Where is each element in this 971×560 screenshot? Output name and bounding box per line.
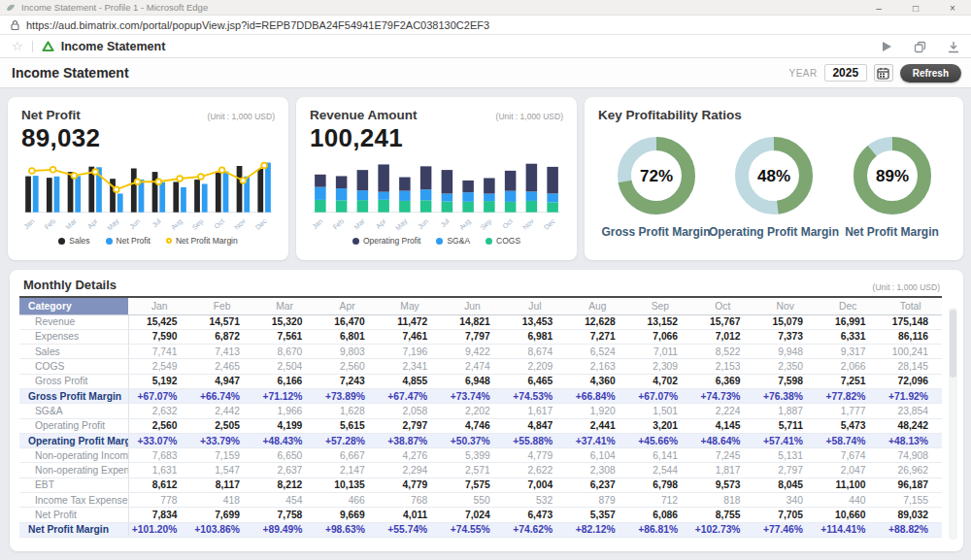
donut-row: 72%Gross Profit Margin48%Operating Profi… <box>598 131 950 239</box>
cell-value: 11,100 <box>817 478 879 492</box>
table-row: Income Tax Expense7784184544667685505328… <box>19 493 942 508</box>
cell-value: 340 <box>754 493 817 508</box>
row-label: Gross Profit Margin <box>19 388 128 403</box>
column-header: Nov <box>754 297 817 314</box>
year-label: YEAR <box>789 68 818 79</box>
year-input[interactable]: 2025 <box>824 64 867 82</box>
minimize-button[interactable]: – <box>860 0 897 16</box>
cell-value: 23,854 <box>879 404 942 418</box>
cell-value: 5,615 <box>316 418 378 433</box>
cell-value: +33.07% <box>128 433 190 447</box>
cell-value: 532 <box>504 493 566 508</box>
legend-marker <box>166 238 172 244</box>
calendar-button[interactable] <box>874 64 893 82</box>
cell-value: 15,767 <box>691 314 753 329</box>
window-title: Income Statement - Profile 1 - Microsoft… <box>21 2 208 13</box>
cell-value: 440 <box>817 493 879 508</box>
row-label: SG&A <box>19 404 128 418</box>
legend-marker <box>106 238 113 245</box>
table-row: SG&A2,6322,4421,9661,6282,0582,2021,6171… <box>19 404 942 418</box>
cell-value: +74.55% <box>441 522 503 537</box>
cell-value: 4,847 <box>504 418 566 433</box>
copy-pages-button[interactable] <box>914 41 926 53</box>
column-header: Apr <box>316 297 378 314</box>
column-header: Feb <box>190 297 252 314</box>
cell-value: 5,711 <box>754 418 817 433</box>
cell-value: +55.74% <box>379 522 441 537</box>
cell-value: 74,908 <box>879 448 942 463</box>
svg-text:Sep: Sep <box>479 216 493 231</box>
svg-text:89%: 89% <box>875 167 908 185</box>
svg-text:Apr: Apr <box>85 216 100 231</box>
url-text[interactable]: https://aud.bimatrix.com/portal/popupVie… <box>26 19 489 31</box>
row-label: Operating Profit <box>19 418 128 433</box>
cell-value: 7,705 <box>754 508 817 522</box>
donut-chart: 89%Net Profit Margin <box>834 131 950 239</box>
cell-value: +73.89% <box>316 388 378 403</box>
maximize-button[interactable]: □ <box>897 0 934 16</box>
address-bar[interactable]: https://aud.bimatrix.com/portal/popupVie… <box>0 16 971 35</box>
cell-value: 1,617 <box>504 404 566 418</box>
cell-value: 16,470 <box>316 314 378 329</box>
legend-marker <box>486 238 492 245</box>
cell-value: 96,187 <box>879 478 942 492</box>
download-button[interactable] <box>948 41 959 53</box>
cell-value: 466 <box>316 493 378 508</box>
cell-value: 7,024 <box>441 508 503 522</box>
cell-value: 2,571 <box>441 463 503 478</box>
cell-value: 2,058 <box>379 404 441 418</box>
cell-value: 2,047 <box>817 463 879 478</box>
cell-value: 13,152 <box>629 314 691 329</box>
cell-value: 6,465 <box>504 374 566 388</box>
cell-value: +74.73% <box>691 388 753 403</box>
report-title: Income Statement <box>61 40 166 53</box>
table-header-row: CategoryJanFebMarAprMayJunJulAugSepOctNo… <box>19 297 942 314</box>
cell-value: 2,350 <box>754 359 817 374</box>
cell-value: 6,369 <box>691 374 753 388</box>
cell-value: 7,004 <box>504 478 566 492</box>
cell-value: 6,331 <box>817 329 879 344</box>
svg-text:Feb: Feb <box>43 216 57 231</box>
cell-value: 6,798 <box>629 478 691 492</box>
cell-value: 2,549 <box>128 359 190 374</box>
revenue-card: Revenue Amount (Unit : 1,000 USD) 100,24… <box>296 97 577 260</box>
row-label: EBT <box>19 478 128 492</box>
row-label: COGS <box>19 359 128 374</box>
svg-text:Nov: Nov <box>232 216 248 232</box>
cell-value: +71.12% <box>253 388 316 403</box>
donut-chart: 72%Gross Profit Margin <box>598 131 714 239</box>
cell-value: +48.13% <box>879 433 942 447</box>
cell-value: 778 <box>128 493 190 508</box>
column-header: Oct <box>691 297 753 314</box>
page-header: Income Statement YEAR 2025 Refresh <box>0 58 971 88</box>
cell-value: +66.84% <box>566 388 628 403</box>
table-scrollbar-thumb[interactable] <box>950 310 956 378</box>
row-label: Net Profit Margin <box>19 522 128 537</box>
cell-value: 2,797 <box>379 418 441 433</box>
cell-value: 1,966 <box>253 404 316 418</box>
cell-value: 2,163 <box>566 359 628 374</box>
cell-value: 7,066 <box>629 329 691 344</box>
cell-value: 4,702 <box>629 374 691 388</box>
cell-value: 2,202 <box>441 404 503 418</box>
cell-value: 7,699 <box>190 508 252 522</box>
refresh-button[interactable]: Refresh <box>900 64 961 82</box>
legend-label: Sales <box>69 236 89 246</box>
legend-marker <box>352 238 359 245</box>
play-button[interactable] <box>882 41 892 52</box>
cell-value: 10,135 <box>316 478 378 492</box>
legend-label: Operating Profit <box>363 236 421 246</box>
cell-value: +55.88% <box>504 433 566 447</box>
revenue-value: 100,241 <box>310 123 563 153</box>
close-button[interactable]: × <box>934 0 971 16</box>
cell-value: 2,147 <box>316 463 378 478</box>
cell-value: 2,504 <box>253 359 316 374</box>
cell-value: 6,801 <box>316 329 378 344</box>
revenue-chart: JanFebMarAprMayJunJulAugSepOctNovDec <box>310 153 563 235</box>
legend-item: Sales <box>58 236 89 246</box>
cell-value: 454 <box>253 493 316 508</box>
legend-item: SG&A <box>436 236 470 246</box>
svg-text:Jul: Jul <box>151 216 163 229</box>
donut-label: Gross Profit Margin <box>601 225 710 239</box>
favorite-star-icon[interactable]: ☆ <box>12 40 23 52</box>
